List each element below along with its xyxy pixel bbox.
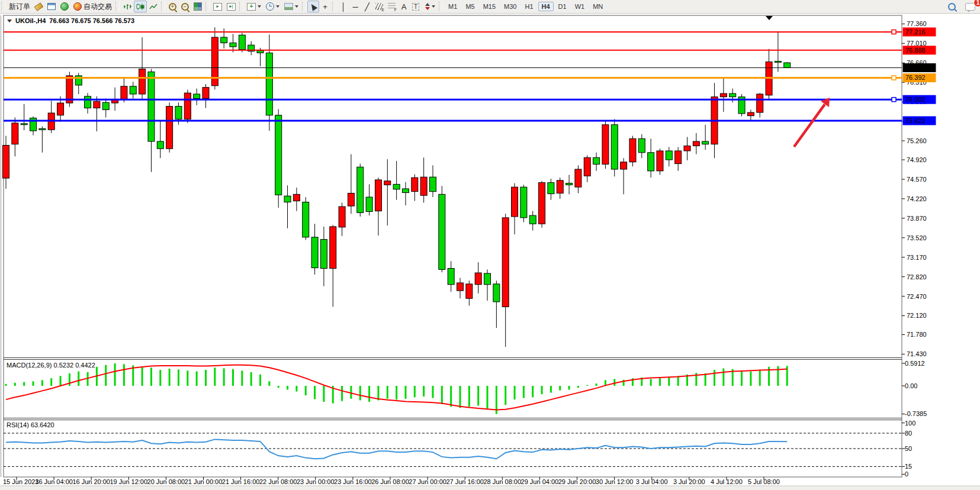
timeframe-d1[interactable]: D1 xyxy=(555,2,570,11)
community-button[interactable] xyxy=(58,1,71,12)
price-badge-label: 76.392 xyxy=(905,74,926,81)
chart-window-button[interactable] xyxy=(45,1,58,12)
candle-body xyxy=(139,69,146,94)
indicators-button[interactable]: + xyxy=(245,1,264,12)
candle-body xyxy=(557,180,563,194)
macd-axis-label: 0.00 xyxy=(905,382,917,389)
zoom-out-button[interactable]: − xyxy=(179,1,191,12)
horizontal-line-tool-button[interactable]: ─ xyxy=(349,1,361,12)
crosshair-tool-button[interactable]: + xyxy=(319,1,331,12)
timeframe-h1[interactable]: H1 xyxy=(521,2,536,11)
date-label: 21 Jun 00:00 xyxy=(185,478,223,485)
candle-body xyxy=(339,207,345,227)
candlestick-chart-button[interactable] xyxy=(134,1,147,12)
price-badge-label: 76.888 xyxy=(905,47,926,54)
line-handle[interactable] xyxy=(892,76,896,80)
candle-body xyxy=(602,125,609,165)
toolbar-grip[interactable] xyxy=(161,2,165,11)
chevron-down-icon xyxy=(295,5,298,8)
timeframe-m15[interactable]: M15 xyxy=(480,2,499,11)
candle-body xyxy=(239,35,245,49)
macd-axis-label: 0.5912 xyxy=(905,360,925,367)
candle-body xyxy=(130,86,136,94)
price-tick-label: 73.870 xyxy=(907,215,927,222)
tile-windows-button[interactable] xyxy=(191,1,204,12)
candle-body xyxy=(429,177,436,191)
period-clock-icon xyxy=(266,2,274,11)
timeframe-m30[interactable]: M30 xyxy=(500,2,520,11)
add-indicator-icon: + xyxy=(247,3,256,11)
toolbar-grip[interactable] xyxy=(302,2,306,11)
timeframe-mn[interactable]: MN xyxy=(589,2,606,11)
crosshair-icon: + xyxy=(323,3,327,11)
candle-body xyxy=(784,63,791,67)
notifications-button[interactable]: 1 xyxy=(958,1,978,12)
cursor-tool-button[interactable] xyxy=(307,1,319,12)
fibonacci-tool-button[interactable] xyxy=(385,1,398,12)
candle-body xyxy=(412,178,418,192)
line-chart-button[interactable] xyxy=(147,1,160,12)
candle-body xyxy=(194,94,200,99)
candle-body xyxy=(720,94,727,97)
date-label: 19 Jun 12:00 xyxy=(110,478,147,485)
toolbar-grip[interactable] xyxy=(115,2,120,11)
text-tool-button[interactable]: A xyxy=(398,1,410,12)
candle-body xyxy=(584,157,590,176)
line-handle[interactable] xyxy=(892,98,896,102)
vertical-line-tool-button[interactable]: │ xyxy=(338,1,349,12)
chart-window-icon xyxy=(47,3,56,10)
autotrade-label: 自动交易 xyxy=(83,2,112,12)
periods-button[interactable] xyxy=(264,1,282,12)
candle-body xyxy=(348,193,354,206)
candle-body xyxy=(684,146,690,150)
zoom-in-button[interactable]: + xyxy=(166,1,179,12)
candle-body xyxy=(730,94,736,97)
channel-tool-button[interactable] xyxy=(373,1,385,12)
horizontal-line-icon: ─ xyxy=(352,3,358,11)
chart-shift-button[interactable]: ▸| xyxy=(224,1,238,12)
price-tick-label: 72.120 xyxy=(907,312,927,319)
search-button[interactable] xyxy=(946,1,958,12)
rsi-axis-label: 50 xyxy=(905,445,912,452)
candle-body xyxy=(539,183,545,224)
toolbar-grip[interactable] xyxy=(332,2,336,11)
candle-body xyxy=(666,151,672,160)
candle-body xyxy=(675,151,682,164)
price-tick-label: 72.820 xyxy=(907,273,927,281)
candle-body xyxy=(166,107,173,149)
arrow-objects-button[interactable] xyxy=(422,1,438,12)
toolbar-grip[interactable] xyxy=(439,2,443,11)
price-tick-label: 71.780 xyxy=(907,331,927,338)
gavel-button[interactable] xyxy=(33,1,45,12)
price-badge-label: 76.002 xyxy=(905,96,926,103)
timeframe-m1[interactable]: M1 xyxy=(445,2,461,11)
date-label: 3 Jul 20:00 xyxy=(673,478,705,485)
price-tick-label: 72.470 xyxy=(907,293,927,300)
timeframe-m5[interactable]: M5 xyxy=(462,2,478,11)
cursor-icon xyxy=(309,2,318,11)
trendline-tool-button[interactable]: ╱ xyxy=(361,1,373,12)
candle-body xyxy=(702,141,709,144)
toolbar-grip[interactable] xyxy=(239,2,243,11)
date-label: 26 Jun 08:00 xyxy=(371,478,409,485)
zoom-out-icon: − xyxy=(181,3,189,11)
candle-body xyxy=(747,112,754,116)
toolbar-grip[interactable] xyxy=(1,2,5,11)
text-label-tool-button[interactable]: T xyxy=(410,1,422,12)
auto-scroll-icon: ▸ xyxy=(213,3,222,11)
chart-canvas[interactable]: 77.36077.01076.66076.31075.96075.61075.2… xyxy=(0,14,980,490)
text-label-icon: T xyxy=(412,3,419,11)
toolbar-grip[interactable] xyxy=(205,2,210,11)
line-handle[interactable] xyxy=(892,30,896,34)
timeframe-h4[interactable]: H4 xyxy=(538,2,554,11)
autotrade-button[interactable]: 自动交易 xyxy=(71,1,114,12)
templates-button[interactable] xyxy=(282,1,301,12)
date-label: 3 Jul 04:00 xyxy=(636,478,668,485)
timeframe-w1[interactable]: W1 xyxy=(571,2,589,11)
new-order-button[interactable]: 新订单 xyxy=(7,1,33,12)
notification-badge: 1 xyxy=(974,0,980,7)
price-badge-label: 76.573 xyxy=(905,64,926,71)
auto-scroll-button[interactable]: ▸ xyxy=(211,1,224,12)
candle-body xyxy=(3,146,9,179)
bars-chart-button[interactable] xyxy=(121,1,134,12)
